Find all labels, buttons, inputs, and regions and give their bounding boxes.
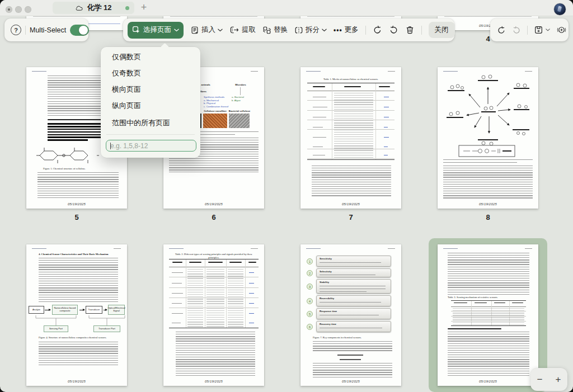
text-block xyxy=(37,172,119,198)
table-reference xyxy=(384,137,389,138)
table-reference xyxy=(384,155,388,155)
delete-button[interactable] xyxy=(405,25,415,35)
flow-box-composite: Nanocellulose based composite xyxy=(52,305,78,315)
multi-select-toggle[interactable] xyxy=(70,25,89,36)
page-range-input[interactable] xyxy=(106,140,196,152)
zoom-in-button[interactable]: + xyxy=(556,374,561,385)
diagram-list-item: Synthesis methods xyxy=(204,96,224,98)
divider xyxy=(527,26,528,35)
table-reference xyxy=(249,272,254,273)
extract-button[interactable]: 提取 xyxy=(229,25,256,35)
page-thumbnail-12-selected[interactable]: Table 3. Sensing mechanism of resistive … xyxy=(438,244,538,386)
save-button[interactable] xyxy=(534,25,550,35)
connector-line xyxy=(240,87,241,95)
new-tab-button[interactable]: + xyxy=(138,1,150,14)
table-cell-text xyxy=(172,272,183,273)
step-badge: 2 xyxy=(307,270,313,276)
table-cell-text xyxy=(313,155,325,155)
table-column-line xyxy=(332,83,332,159)
zoom-out-button[interactable]: − xyxy=(537,374,543,385)
menu-item-even-pages[interactable]: 仅偶数页 xyxy=(112,52,141,62)
help-button[interactable]: ? xyxy=(11,25,21,35)
text-block xyxy=(313,341,392,352)
table-header xyxy=(475,303,487,303)
diagram-list-item: a. Bacterial xyxy=(232,96,244,98)
app-window: 05/19/2025 05/19/2025 05/19/2025 05/19/2… xyxy=(0,0,573,392)
section-heading xyxy=(448,328,501,329)
share-export-icon xyxy=(556,25,567,35)
table-reference xyxy=(249,303,254,304)
redo-button[interactable] xyxy=(389,25,398,35)
page-folio xyxy=(525,248,532,249)
share-export-button[interactable] xyxy=(556,25,567,35)
document-tab[interactable]: 化学 12 xyxy=(53,2,134,14)
page-thumbnail-10[interactable]: Table 2. Different types of sensing prin… xyxy=(163,244,264,386)
select-pages-button[interactable]: 选择页面 xyxy=(128,22,184,39)
undo-button-secondary[interactable] xyxy=(497,26,506,35)
select-pages-label: 选择页面 xyxy=(143,25,171,35)
redo-icon xyxy=(512,26,521,35)
table-cell-text xyxy=(313,137,326,138)
flow-box-analyte: Analyte xyxy=(29,306,44,314)
diagram-list-item: a. Mechanical xyxy=(204,99,219,102)
avatar-figure xyxy=(557,6,562,12)
more-button[interactable]: ••• 更多 xyxy=(334,25,359,35)
page-date: 05/19/2025 xyxy=(163,202,264,206)
redo-button-secondary[interactable] xyxy=(512,26,521,35)
menu-item-portrait-pages[interactable]: 纵向页面 xyxy=(112,101,141,111)
table-cell-text xyxy=(187,269,203,327)
insert-button[interactable]: 插入 xyxy=(190,25,223,35)
replace-icon xyxy=(262,26,271,35)
menu-caret xyxy=(161,43,170,52)
menu-item-all-pages-in-range[interactable]: 范围中的所有页面 xyxy=(112,118,170,128)
close-window-button[interactable] xyxy=(6,6,12,13)
unsaved-dot xyxy=(8,8,10,11)
key-component-item: Recovery time xyxy=(316,321,391,332)
table-caption: Table 2. Different types of sensing prin… xyxy=(172,253,256,259)
page-number: 7 xyxy=(300,213,401,221)
diagram-list-item: c. Combination thereof xyxy=(204,105,228,108)
split-button[interactable]: 拆分 xyxy=(294,25,327,35)
image-label: Bacterial cellulose xyxy=(227,110,252,112)
close-button[interactable]: 关闭 xyxy=(429,22,455,38)
page-thumbnail-8[interactable]: 05/19/2025 xyxy=(438,67,538,209)
table-cell-text xyxy=(172,293,183,294)
page-thumbnail-7[interactable]: Table 1. Merits of nanocellulose as chem… xyxy=(300,67,401,209)
maximize-window-button[interactable] xyxy=(25,6,31,13)
replace-button[interactable]: 替换 xyxy=(262,25,288,35)
table-header xyxy=(208,262,223,263)
minimize-window-button[interactable] xyxy=(15,6,22,13)
divider xyxy=(365,26,366,35)
table-header xyxy=(229,262,242,263)
table-cell-text xyxy=(172,313,183,314)
undo-button[interactable] xyxy=(373,25,382,35)
flow-arrow xyxy=(79,310,84,310)
page-thumbnail-9[interactable]: 4. Chemical Sensor Characteristics and T… xyxy=(26,244,127,386)
table-column-line xyxy=(205,259,205,328)
flow-box-transducer-part: Transducer Part xyxy=(93,325,120,332)
running-head xyxy=(32,248,46,249)
menu-item-odd-pages[interactable]: 仅奇数页 xyxy=(112,68,141,78)
flow-arrow xyxy=(104,310,107,310)
table-header xyxy=(248,262,256,263)
diagram-list-item: b. Physical xyxy=(204,102,215,105)
page-number: 5 xyxy=(26,213,127,221)
text-block xyxy=(176,332,255,376)
select-pages-menu: 仅偶数页 仅奇数页 横向页面 纵向页面 范围中的所有页面 xyxy=(101,47,200,158)
text-cursor xyxy=(110,143,111,149)
table xyxy=(307,83,394,160)
table-reference xyxy=(249,323,254,323)
avatar[interactable] xyxy=(554,3,566,15)
table-header xyxy=(494,303,505,303)
page-number: 8 xyxy=(438,213,538,221)
page-date: 05/19/2025 xyxy=(300,202,401,206)
text-block xyxy=(443,166,533,199)
table-header xyxy=(454,303,467,303)
table-reference xyxy=(384,97,389,97)
undo-icon xyxy=(373,25,382,35)
divider xyxy=(421,26,422,35)
page-thumbnail-11[interactable]: 1 Sensitivity 2 Selectivity 3 Stability … xyxy=(300,244,401,386)
key-component-item: Sensitivity xyxy=(316,256,391,267)
menu-item-landscape-pages[interactable]: 横向页面 xyxy=(112,84,141,95)
running-head xyxy=(306,248,321,249)
